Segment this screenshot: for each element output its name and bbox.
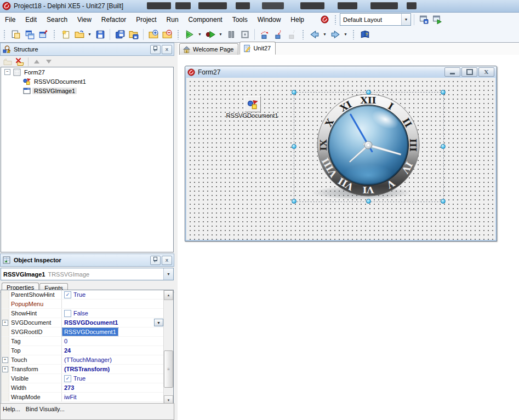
save-all-button[interactable] bbox=[113, 28, 127, 41]
browse-forward-button[interactable] bbox=[328, 28, 342, 41]
checkbox-checked-icon[interactable]: ✓ bbox=[64, 291, 71, 298]
trace-into-button[interactable] bbox=[271, 28, 285, 41]
tree-item-rssvgimage1[interactable]: RSSVGImage1 bbox=[1, 86, 173, 95]
remove-file-from-project-button[interactable] bbox=[160, 28, 174, 41]
property-value[interactable]: 0 bbox=[62, 337, 164, 346]
trace-to-source-button[interactable] bbox=[285, 28, 299, 41]
run-button[interactable] bbox=[182, 28, 196, 41]
tree-item-rssvgdocument1[interactable]: RSSVGDocument1 bbox=[1, 77, 173, 86]
designed-form-window[interactable]: Form27 X RSSVGDocument1 bbox=[185, 66, 497, 241]
save-file-button[interactable] bbox=[93, 28, 107, 41]
open-file-dropdown[interactable]: ▼ bbox=[86, 28, 93, 41]
tab-unit27[interactable]: Unit27 bbox=[239, 42, 276, 55]
property-value[interactable]: ✓True bbox=[62, 374, 164, 383]
close-button[interactable]: X bbox=[162, 256, 172, 265]
pin-button[interactable] bbox=[150, 256, 161, 265]
property-expander[interactable]: + bbox=[2, 357, 8, 363]
toggle-form-unit-button[interactable] bbox=[36, 28, 50, 41]
desktop-layout-combo[interactable]: Default Layout ▼ bbox=[340, 13, 411, 26]
move-down-button[interactable] bbox=[43, 56, 55, 67]
menu-tools[interactable]: Tools bbox=[227, 14, 253, 26]
move-up-button[interactable] bbox=[31, 56, 43, 67]
save-current-desktop-button[interactable] bbox=[417, 14, 430, 26]
property-row-tag[interactable]: Tag0 bbox=[1, 337, 164, 346]
menu-file[interactable]: File bbox=[0, 14, 20, 26]
tree-item-form27[interactable]: −Form27 bbox=[1, 67, 173, 77]
chevron-down-icon[interactable]: ▼ bbox=[163, 268, 173, 280]
property-row-svgrootid[interactable]: SVGRootIDRSSVGDocument1 bbox=[1, 327, 164, 337]
menu-component[interactable]: Component bbox=[184, 14, 227, 26]
property-row-top[interactable]: Top24 bbox=[1, 346, 164, 355]
scrollbar-thumb[interactable]: ≡ bbox=[164, 350, 173, 388]
structure-panel-header[interactable]: Structure X bbox=[0, 43, 174, 56]
property-value[interactable]: 24 bbox=[62, 346, 164, 355]
checkbox-unchecked-icon[interactable] bbox=[64, 310, 71, 317]
form-close-button[interactable]: X bbox=[478, 67, 494, 77]
property-value[interactable]: ✓True bbox=[62, 290, 164, 299]
property-row-width[interactable]: Width273 bbox=[1, 383, 164, 393]
tree-expander[interactable]: − bbox=[4, 69, 10, 75]
property-expander[interactable]: + bbox=[2, 320, 8, 326]
property-dropdown-button[interactable]: ▼ bbox=[154, 319, 163, 326]
property-value[interactable] bbox=[62, 300, 164, 308]
browse-forward-options-dropdown[interactable]: ▼ bbox=[342, 28, 349, 41]
property-row-showhint[interactable]: ShowHintFalse bbox=[1, 309, 164, 318]
property-value[interactable]: (TTouchManager) bbox=[62, 355, 164, 364]
selection-handle-sw[interactable] bbox=[292, 199, 296, 204]
checkbox-checked-icon[interactable]: ✓ bbox=[64, 375, 71, 382]
open-file-button[interactable] bbox=[72, 28, 86, 41]
menu-refactor[interactable]: Refactor bbox=[96, 14, 131, 26]
chevron-down-icon[interactable]: ▼ bbox=[401, 14, 410, 25]
selection-handle-nw[interactable] bbox=[292, 90, 296, 95]
selection-handle-e[interactable] bbox=[441, 144, 446, 149]
pin-button[interactable] bbox=[150, 45, 161, 54]
property-value[interactable]: RSSVGDocument1 bbox=[62, 327, 164, 336]
set-debug-desktop-button[interactable] bbox=[430, 14, 443, 26]
add-file-to-project-button[interactable] bbox=[146, 28, 160, 41]
run-nodebug-options-dropdown[interactable]: ▼ bbox=[217, 28, 224, 41]
help-link[interactable]: Help... bbox=[3, 406, 20, 412]
new-file-button[interactable] bbox=[59, 28, 72, 41]
window-titlebar[interactable]: Project18 - Delphi XE5 - Unit27 [Built] bbox=[0, 0, 519, 13]
property-expander[interactable]: + bbox=[2, 366, 8, 372]
property-row-visible[interactable]: Visible✓True bbox=[1, 374, 164, 383]
menu-search[interactable]: Search bbox=[42, 14, 72, 26]
property-value[interactable]: iwFit bbox=[62, 393, 164, 401]
bind-visually-link[interactable]: Bind Visually... bbox=[26, 406, 65, 412]
form-titlebar[interactable]: Form27 X bbox=[185, 66, 497, 78]
form-designer-surface[interactable]: Form27 X RSSVGDocument1 bbox=[178, 55, 519, 420]
browse-back-button[interactable] bbox=[307, 28, 321, 41]
help-insight-button[interactable] bbox=[318, 14, 331, 26]
rssvgimage-control[interactable]: XIIIIIIIIIVVVIVIIVIIIIXXXI bbox=[294, 92, 443, 201]
property-row-touch[interactable]: +Touch(TTouchManager) bbox=[1, 355, 164, 365]
menu-edit[interactable]: Edit bbox=[20, 14, 42, 26]
menu-window[interactable]: Window bbox=[253, 14, 286, 26]
form-client-area[interactable]: RSSVGDocument1 bbox=[186, 78, 495, 240]
property-value[interactable]: 273 bbox=[62, 383, 164, 392]
property-value[interactable]: RSSVGDocument1▼ bbox=[62, 318, 164, 327]
selection-handle-w[interactable] bbox=[292, 144, 296, 149]
instance-selector-combo[interactable]: RSSVGImage1 TRSSVGImage ▼ bbox=[1, 268, 174, 280]
object-inspector-header[interactable]: Object Inspector X bbox=[0, 254, 174, 267]
selection-handle-n[interactable] bbox=[366, 90, 371, 95]
property-row-popupmenu[interactable]: PopupMenu bbox=[1, 300, 164, 309]
property-grid-scrollbar[interactable]: ▲ ≡ ▼ bbox=[163, 290, 173, 405]
menu-help[interactable]: Help bbox=[286, 14, 309, 26]
menu-project[interactable]: Project bbox=[131, 14, 161, 26]
property-row-parentshowhint[interactable]: ParentShowHint✓True bbox=[1, 290, 164, 300]
property-row-svgdocument[interactable]: +SVGDocumentRSSVGDocument1▼ bbox=[1, 318, 164, 327]
run-without-debugging-button[interactable] bbox=[203, 28, 217, 41]
pause-button[interactable] bbox=[224, 28, 238, 41]
help-contents-button[interactable] bbox=[358, 28, 372, 41]
property-value[interactable]: (TRSTransform) bbox=[62, 365, 164, 373]
menu-view[interactable]: View bbox=[72, 14, 96, 26]
form-maximize-button[interactable] bbox=[461, 67, 477, 77]
delete-item-button[interactable] bbox=[14, 56, 26, 67]
browse-back-options-dropdown[interactable]: ▼ bbox=[321, 28, 328, 41]
new-items-button[interactable] bbox=[9, 28, 22, 41]
new-item-button[interactable] bbox=[2, 56, 14, 67]
close-button[interactable]: X bbox=[162, 45, 172, 54]
selection-handle-s[interactable] bbox=[366, 199, 371, 204]
property-value[interactable]: False bbox=[62, 309, 164, 318]
menu-run[interactable]: Run bbox=[162, 14, 184, 26]
